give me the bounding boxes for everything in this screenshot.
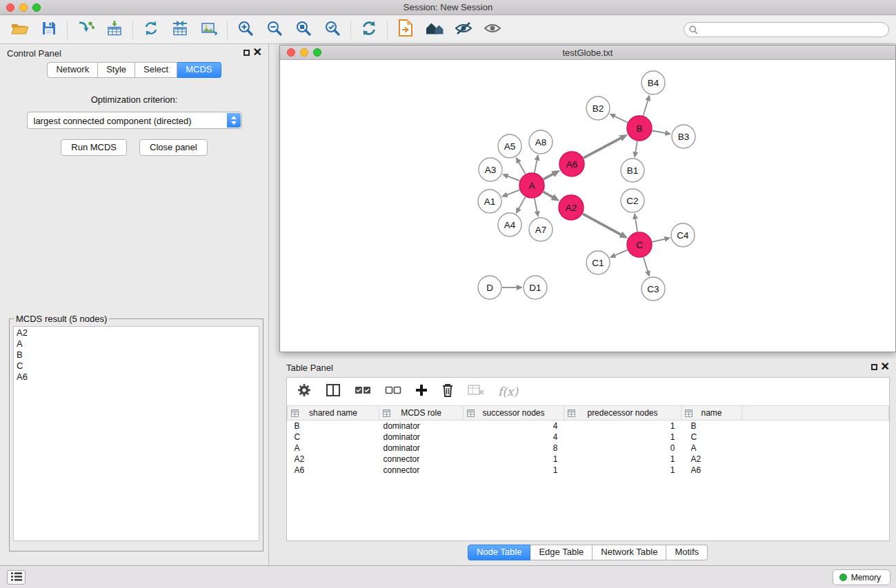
run-mcds-button[interactable]: Run MCDS [61,139,127,156]
network-edge-A-A8[interactable] [535,160,537,173]
task-history-button[interactable] [7,570,26,585]
float-table-panel-icon[interactable] [871,364,877,370]
network-edge-B-B2[interactable] [614,116,628,122]
delete-table-icon[interactable] [468,383,484,400]
zoom-in-button[interactable] [231,18,260,41]
mcds-result-item[interactable]: C [17,361,256,372]
network-minimize-button[interactable] [300,48,308,57]
tab-select[interactable]: Select [135,62,177,78]
network-node-C4[interactable]: C4 [671,223,695,247]
network-node-A[interactable]: A [519,173,544,198]
network-edge-A-A1[interactable] [506,190,519,195]
network-node-B[interactable]: B [627,116,652,141]
window-titlebar[interactable]: Session: New Session [0,0,896,15]
tab-network-table[interactable]: Network Table [593,545,666,560]
zoom-selected-button[interactable] [318,18,347,41]
column-header-successor-nodes[interactable]: successor nodes [464,406,564,420]
table-row[interactable]: A2connector11A2 [288,454,889,465]
mcds-result-item[interactable]: A [17,338,256,349]
import-table-button[interactable] [100,18,129,41]
table-row[interactable]: Cdominator41C [288,432,889,443]
network-node-C2[interactable]: C2 [621,189,644,212]
column-header-MCDS-role[interactable]: MCDS role [379,406,464,420]
network-edge-C-C3[interactable] [644,257,648,272]
close-table-panel-icon[interactable]: ✕ [881,361,890,373]
show-all-button[interactable] [478,18,507,41]
zoom-fit-button[interactable] [289,18,318,41]
network-edge-A-A6[interactable] [544,174,554,179]
network-zoom-button[interactable] [313,48,321,57]
import-network-button[interactable] [71,18,100,41]
network-edge-B-B3[interactable] [653,131,666,134]
function-builder-icon[interactable]: f(x) [498,385,518,398]
network-edge-C-C1[interactable] [615,250,628,256]
new-table-button[interactable] [166,18,195,41]
float-panel-icon[interactable] [243,50,250,56]
network-node-A7[interactable]: A7 [529,218,552,241]
export-image-button[interactable] [195,18,223,41]
search-input[interactable] [684,22,889,37]
network-node-A8[interactable]: A8 [529,130,552,154]
network-node-A3[interactable]: A3 [479,158,502,181]
tab-mcds[interactable]: MCDS [177,62,221,78]
hide-selected-button[interactable] [449,18,478,41]
delete-column-icon[interactable] [441,383,454,401]
network-edge-C-C2[interactable] [635,219,637,232]
network-node-A4[interactable]: A4 [498,213,521,236]
tab-network[interactable]: Network [47,62,98,78]
show-columns-icon[interactable] [326,383,341,400]
refresh-button[interactable] [355,18,384,41]
network-node-A2[interactable]: A2 [559,195,584,220]
mcds-result-list[interactable]: A2ABCA6 [13,326,259,541]
column-header-name[interactable]: name [681,406,742,420]
network-node-B1[interactable]: B1 [621,159,644,182]
new-network-button[interactable] [137,18,166,41]
optimization-criterion-select[interactable]: largest connected component (directed) [27,112,242,129]
network-close-button[interactable] [287,48,295,57]
network-canvas[interactable]: B4B2BB3A5A8A6B1A3AC2A1A2A4A7C4CC1C3DD1 [280,60,895,352]
network-node-B2[interactable]: B2 [586,97,610,120]
add-column-icon[interactable] [415,384,428,399]
tab-edge-table[interactable]: Edge Table [530,545,593,560]
network-edge-A-A7[interactable] [535,199,537,212]
save-session-button[interactable] [34,18,63,41]
network-edge-C-C4[interactable] [653,239,666,242]
deselect-all-icon[interactable] [385,385,401,398]
select-all-icon[interactable] [355,385,371,398]
zoom-out-button[interactable] [260,18,289,41]
network-node-A1[interactable]: A1 [478,190,501,213]
network-node-C1[interactable]: C1 [586,251,610,274]
network-node-B4[interactable]: B4 [641,71,665,94]
column-header-shared-name[interactable]: shared name [288,406,379,420]
tab-node-table[interactable]: Node Table [468,545,531,560]
mcds-result-item[interactable]: A2 [17,327,256,338]
network-edge-A-A4[interactable] [519,197,526,210]
memory-button[interactable]: Memory [833,569,890,585]
network-edge-A-A3[interactable] [507,176,519,181]
tab-style[interactable]: Style [98,62,135,78]
close-panel-button[interactable]: Close panel [139,139,208,156]
network-node-A6[interactable]: A6 [559,152,584,176]
network-node-A5[interactable]: A5 [498,134,521,158]
table-row[interactable]: A6connector11A6 [288,465,889,476]
open-session-button[interactable] [6,18,34,41]
network-node-D[interactable]: D [478,276,501,299]
close-panel-icon[interactable]: ✕ [253,46,262,59]
table-mode-gear-icon[interactable] [297,383,312,401]
network-node-B3[interactable]: B3 [672,125,695,148]
table-row[interactable]: Bdominator41B [288,420,889,432]
tab-motifs[interactable]: Motifs [666,545,708,560]
mcds-result-item[interactable]: B [17,349,256,361]
network-edge-A-A5[interactable] [519,162,526,174]
open-network-file-button[interactable] [391,18,420,41]
network-edge-B-B4[interactable] [644,100,648,116]
network-node-C3[interactable]: C3 [641,277,665,301]
network-node-C[interactable]: C [627,232,652,257]
home-button[interactable] [420,18,449,41]
network-edge-A6-B[interactable] [584,138,621,158]
network-edge-B-B1[interactable] [635,141,637,153]
table-row[interactable]: Adominator80A [288,443,889,454]
mcds-result-item[interactable]: A6 [17,372,256,383]
column-header-predecessor-nodes[interactable]: predecessor nodes [564,406,681,420]
network-node-D1[interactable]: D1 [524,276,547,299]
